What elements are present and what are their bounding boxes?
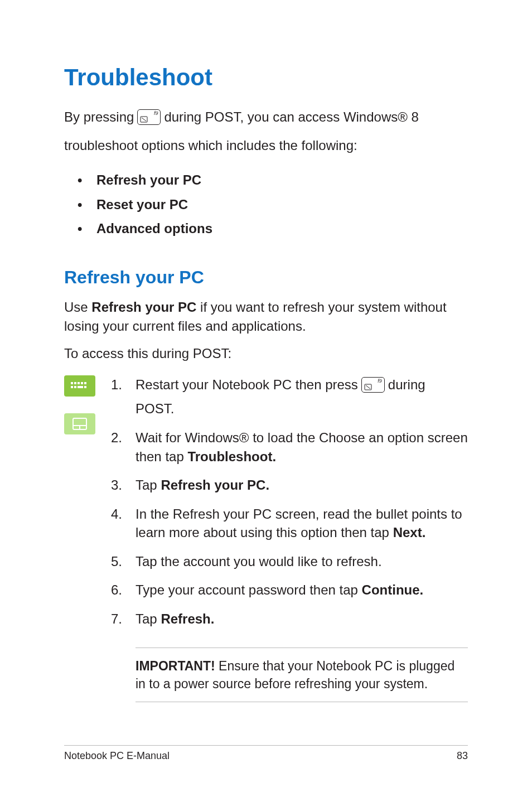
step-text-line2: POST. [136, 399, 468, 418]
step-item: Tap the account you would like to refres… [111, 552, 468, 571]
step-text: Tap [136, 477, 161, 492]
step-text: Type your account password then tap [136, 582, 362, 597]
bullet-item: Advanced options [78, 216, 468, 240]
options-bullet-list: Refresh your PC Reset your PC Advanced o… [78, 168, 468, 240]
step-text: Restart your Notebook PC then press [136, 375, 358, 394]
svg-rect-5 [81, 382, 83, 384]
important-callout: IMPORTANT! Ensure that your Notebook PC … [136, 648, 468, 702]
step-text: Wait for Windows® to load the Choose an … [136, 430, 468, 464]
svg-rect-4 [78, 382, 80, 384]
page-number: 83 [457, 750, 468, 762]
step-bold: Refresh your PC. [161, 477, 269, 492]
svg-line-1 [142, 118, 146, 121]
svg-rect-7 [71, 386, 73, 388]
recovery-glyph-icon [364, 384, 372, 390]
f9-key-icon: f9 [361, 377, 385, 393]
step-bold: Next. [393, 525, 426, 540]
callout-label: IMPORTANT! [136, 659, 215, 673]
svg-rect-3 [74, 382, 76, 384]
footer-title: Notebook PC E-Manual [64, 750, 170, 762]
para-pre: Use [64, 299, 91, 315]
para-bold: Refresh your PC [91, 299, 196, 315]
step-text: during [388, 375, 425, 394]
recovery-glyph-icon [140, 116, 148, 123]
step-item: Restart your Notebook PC then press f9 d… [111, 375, 468, 418]
step-item: Tap Refresh. [111, 610, 468, 629]
section-lead: To access this during POST: [64, 344, 468, 363]
svg-rect-10 [84, 386, 86, 388]
step-item: Type your account password then tap Cont… [111, 581, 468, 600]
keyboard-icon [64, 375, 95, 397]
step-item: Tap Refresh your PC. [111, 476, 468, 495]
page-heading: Troubleshoot [64, 64, 468, 91]
intro-line-2: troubleshoot options which includes the … [64, 135, 468, 156]
f9-key-icon: f9 [137, 109, 161, 125]
intro-line-1: By pressing f9 during POST, you can acce… [64, 107, 468, 127]
svg-rect-2 [71, 382, 73, 384]
step-text: Tap [136, 611, 161, 626]
svg-rect-8 [74, 386, 76, 388]
touchpad-icon [64, 413, 95, 434]
step-bold: Continue. [362, 582, 424, 597]
intro-prefix: By pressing [64, 107, 134, 127]
step-bold: Troubleshoot. [187, 449, 276, 464]
section-paragraph: Use Refresh your PC if you want to refre… [64, 298, 468, 335]
svg-rect-9 [78, 386, 83, 388]
bullet-item: Reset your PC [78, 192, 468, 216]
bullet-item: Refresh your PC [78, 168, 468, 192]
step-item: In the Refresh your PC screen, read the … [111, 505, 468, 542]
key-label: f9 [154, 111, 158, 116]
section-heading: Refresh your PC [64, 267, 468, 288]
page-footer: Notebook PC E-Manual 83 [64, 745, 468, 762]
step-bold: Refresh. [161, 611, 214, 626]
step-text: Tap the account you would like to refres… [136, 554, 382, 569]
steps-list: Restart your Notebook PC then press f9 d… [111, 375, 468, 639]
step-icons-column [64, 375, 95, 639]
svg-rect-6 [84, 382, 86, 384]
svg-line-15 [366, 385, 370, 389]
step-item: Wait for Windows® to load the Choose an … [111, 428, 468, 466]
intro-suffix: during POST, you can access Windows® 8 [164, 107, 419, 127]
key-label: f9 [378, 379, 382, 384]
